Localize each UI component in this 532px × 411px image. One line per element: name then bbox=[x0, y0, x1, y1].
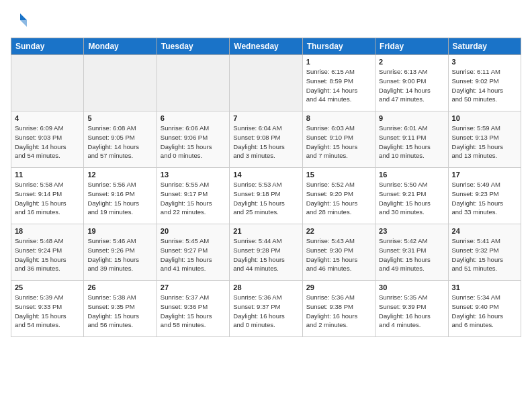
day-number: 18 bbox=[15, 227, 80, 235]
weekday-header-tuesday: Tuesday bbox=[157, 38, 229, 55]
calendar-cell: 2Sunrise: 6:13 AM Sunset: 9:00 PM Daylig… bbox=[375, 55, 448, 111]
day-info: Sunrise: 6:11 AM Sunset: 9:02 PM Dayligh… bbox=[452, 67, 517, 104]
day-number: 15 bbox=[306, 171, 371, 179]
calendar-header-row: SundayMondayTuesdayWednesdayThursdayFrid… bbox=[11, 38, 521, 55]
day-info: Sunrise: 5:35 AM Sunset: 9:39 PM Dayligh… bbox=[379, 293, 444, 330]
calendar-cell bbox=[11, 55, 84, 111]
day-info: Sunrise: 5:39 AM Sunset: 9:33 PM Dayligh… bbox=[15, 293, 80, 330]
day-info: Sunrise: 5:38 AM Sunset: 9:35 PM Dayligh… bbox=[87, 293, 152, 330]
calendar-cell: 18Sunrise: 5:48 AM Sunset: 9:24 PM Dayli… bbox=[11, 224, 84, 281]
calendar-cell: 22Sunrise: 5:43 AM Sunset: 9:30 PM Dayli… bbox=[302, 224, 375, 281]
weekday-header-monday: Monday bbox=[84, 38, 157, 55]
calendar-cell: 4Sunrise: 6:09 AM Sunset: 9:03 PM Daylig… bbox=[11, 111, 84, 168]
logo-icon bbox=[11, 11, 30, 30]
day-number: 1 bbox=[306, 58, 371, 66]
day-number: 30 bbox=[379, 283, 444, 291]
day-number: 28 bbox=[233, 283, 298, 291]
calendar-cell: 9Sunrise: 6:01 AM Sunset: 9:11 PM Daylig… bbox=[375, 111, 448, 168]
calendar-cell: 8Sunrise: 6:03 AM Sunset: 9:10 PM Daylig… bbox=[302, 111, 375, 168]
calendar-cell: 17Sunrise: 5:49 AM Sunset: 9:23 PM Dayli… bbox=[448, 168, 521, 224]
day-number: 5 bbox=[87, 114, 152, 122]
calendar-cell: 29Sunrise: 5:36 AM Sunset: 9:38 PM Dayli… bbox=[302, 281, 375, 337]
calendar-cell: 28Sunrise: 5:36 AM Sunset: 9:37 PM Dayli… bbox=[230, 281, 302, 337]
calendar-cell: 19Sunrise: 5:46 AM Sunset: 9:26 PM Dayli… bbox=[84, 224, 157, 281]
day-number: 24 bbox=[452, 227, 517, 235]
calendar-cell: 26Sunrise: 5:38 AM Sunset: 9:35 PM Dayli… bbox=[84, 281, 157, 337]
day-number: 31 bbox=[452, 283, 517, 291]
day-info: Sunrise: 5:36 AM Sunset: 9:38 PM Dayligh… bbox=[306, 293, 371, 330]
day-number: 21 bbox=[233, 227, 298, 235]
day-info: Sunrise: 6:01 AM Sunset: 9:11 PM Dayligh… bbox=[379, 124, 444, 161]
day-number: 9 bbox=[379, 114, 444, 122]
calendar-cell: 21Sunrise: 5:44 AM Sunset: 9:28 PM Dayli… bbox=[230, 224, 302, 281]
calendar-cell: 24Sunrise: 5:41 AM Sunset: 9:32 PM Dayli… bbox=[448, 224, 521, 281]
weekday-header-sunday: Sunday bbox=[11, 38, 84, 55]
day-info: Sunrise: 6:15 AM Sunset: 8:59 PM Dayligh… bbox=[306, 67, 371, 104]
calendar-cell: 7Sunrise: 6:04 AM Sunset: 9:08 PM Daylig… bbox=[230, 111, 302, 168]
day-info: Sunrise: 5:43 AM Sunset: 9:30 PM Dayligh… bbox=[306, 236, 371, 273]
day-info: Sunrise: 5:58 AM Sunset: 9:14 PM Dayligh… bbox=[15, 180, 80, 217]
day-number: 3 bbox=[452, 58, 517, 66]
day-number: 12 bbox=[87, 171, 152, 179]
logo bbox=[11, 11, 32, 30]
day-info: Sunrise: 5:46 AM Sunset: 9:26 PM Dayligh… bbox=[87, 236, 152, 273]
day-info: Sunrise: 5:45 AM Sunset: 9:27 PM Dayligh… bbox=[161, 236, 226, 273]
day-info: Sunrise: 6:13 AM Sunset: 9:00 PM Dayligh… bbox=[379, 67, 444, 104]
day-number: 23 bbox=[379, 227, 444, 235]
weekday-header-saturday: Saturday bbox=[448, 38, 521, 55]
day-number: 16 bbox=[379, 171, 444, 179]
page-header bbox=[11, 11, 521, 30]
calendar-cell: 15Sunrise: 5:52 AM Sunset: 9:20 PM Dayli… bbox=[302, 168, 375, 224]
day-number: 7 bbox=[233, 114, 298, 122]
day-number: 19 bbox=[87, 227, 152, 235]
day-number: 26 bbox=[87, 283, 152, 291]
calendar-week-5: 25Sunrise: 5:39 AM Sunset: 9:33 PM Dayli… bbox=[11, 281, 521, 337]
day-info: Sunrise: 5:55 AM Sunset: 9:17 PM Dayligh… bbox=[161, 180, 226, 217]
calendar-week-1: 1Sunrise: 6:15 AM Sunset: 8:59 PM Daylig… bbox=[11, 55, 521, 111]
calendar-cell: 30Sunrise: 5:35 AM Sunset: 9:39 PM Dayli… bbox=[375, 281, 448, 337]
day-info: Sunrise: 6:06 AM Sunset: 9:06 PM Dayligh… bbox=[161, 124, 226, 161]
calendar-body: 1Sunrise: 6:15 AM Sunset: 8:59 PM Daylig… bbox=[11, 55, 521, 337]
calendar-cell: 10Sunrise: 5:59 AM Sunset: 9:13 PM Dayli… bbox=[448, 111, 521, 168]
calendar-week-2: 4Sunrise: 6:09 AM Sunset: 9:03 PM Daylig… bbox=[11, 111, 521, 168]
day-info: Sunrise: 5:41 AM Sunset: 9:32 PM Dayligh… bbox=[452, 236, 517, 273]
calendar-week-3: 11Sunrise: 5:58 AM Sunset: 9:14 PM Dayli… bbox=[11, 168, 521, 224]
day-info: Sunrise: 5:52 AM Sunset: 9:20 PM Dayligh… bbox=[306, 180, 371, 217]
day-info: Sunrise: 5:56 AM Sunset: 9:16 PM Dayligh… bbox=[87, 180, 152, 217]
calendar-cell: 14Sunrise: 5:53 AM Sunset: 9:18 PM Dayli… bbox=[230, 168, 302, 224]
day-info: Sunrise: 5:53 AM Sunset: 9:18 PM Dayligh… bbox=[233, 180, 298, 217]
calendar-week-4: 18Sunrise: 5:48 AM Sunset: 9:24 PM Dayli… bbox=[11, 224, 521, 281]
day-info: Sunrise: 6:04 AM Sunset: 9:08 PM Dayligh… bbox=[233, 124, 298, 161]
calendar-cell bbox=[84, 55, 157, 111]
calendar-cell: 11Sunrise: 5:58 AM Sunset: 9:14 PM Dayli… bbox=[11, 168, 84, 224]
calendar-cell: 1Sunrise: 6:15 AM Sunset: 8:59 PM Daylig… bbox=[302, 55, 375, 111]
day-number: 14 bbox=[233, 171, 298, 179]
weekday-header-friday: Friday bbox=[375, 38, 448, 55]
day-number: 22 bbox=[306, 227, 371, 235]
day-info: Sunrise: 5:59 AM Sunset: 9:13 PM Dayligh… bbox=[452, 124, 517, 161]
day-info: Sunrise: 6:09 AM Sunset: 9:03 PM Dayligh… bbox=[15, 124, 80, 161]
calendar-cell: 16Sunrise: 5:50 AM Sunset: 9:21 PM Dayli… bbox=[375, 168, 448, 224]
day-info: Sunrise: 5:36 AM Sunset: 9:37 PM Dayligh… bbox=[233, 293, 298, 330]
calendar-cell bbox=[230, 55, 302, 111]
weekday-header-wednesday: Wednesday bbox=[230, 38, 302, 55]
calendar-table: SundayMondayTuesdayWednesdayThursdayFrid… bbox=[11, 38, 521, 337]
calendar-cell: 31Sunrise: 5:34 AM Sunset: 9:40 PM Dayli… bbox=[448, 281, 521, 337]
day-info: Sunrise: 5:49 AM Sunset: 9:23 PM Dayligh… bbox=[452, 180, 517, 217]
day-number: 20 bbox=[161, 227, 226, 235]
day-info: Sunrise: 6:08 AM Sunset: 9:05 PM Dayligh… bbox=[87, 124, 152, 161]
day-number: 13 bbox=[161, 171, 226, 179]
calendar-cell: 23Sunrise: 5:42 AM Sunset: 9:31 PM Dayli… bbox=[375, 224, 448, 281]
day-info: Sunrise: 6:03 AM Sunset: 9:10 PM Dayligh… bbox=[306, 124, 371, 161]
day-info: Sunrise: 5:42 AM Sunset: 9:31 PM Dayligh… bbox=[379, 236, 444, 273]
day-number: 27 bbox=[161, 283, 226, 291]
day-number: 10 bbox=[452, 114, 517, 122]
day-number: 8 bbox=[306, 114, 371, 122]
day-info: Sunrise: 5:48 AM Sunset: 9:24 PM Dayligh… bbox=[15, 236, 80, 273]
svg-marker-1 bbox=[20, 13, 27, 20]
calendar-cell: 20Sunrise: 5:45 AM Sunset: 9:27 PM Dayli… bbox=[157, 224, 229, 281]
day-number: 2 bbox=[379, 58, 444, 66]
day-number: 17 bbox=[452, 171, 517, 179]
day-info: Sunrise: 5:44 AM Sunset: 9:28 PM Dayligh… bbox=[233, 236, 298, 273]
calendar-cell: 12Sunrise: 5:56 AM Sunset: 9:16 PM Dayli… bbox=[84, 168, 157, 224]
